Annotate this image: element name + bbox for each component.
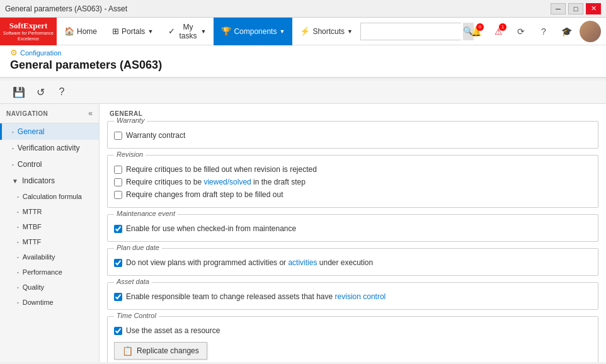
nav-item-home[interactable]: 🏠Home	[57, 18, 105, 45]
checkbox-revision-critiques-rejected[interactable]	[114, 166, 122, 174]
sidebar-item-performance[interactable]: •Performance	[0, 264, 99, 280]
bullet-icon-mttr: •	[17, 209, 19, 215]
checkbox-revision-changes-draft[interactable]	[114, 191, 122, 199]
breadcrumb-text: Configuration	[20, 49, 61, 57]
sidebar-item-mttr[interactable]: •MTTR	[0, 204, 99, 219]
bullet-icon-performance: •	[17, 270, 19, 275]
sidebar-item-calc-formula[interactable]: •Calculation formula	[0, 189, 99, 204]
help-toolbar-button[interactable]: ?	[53, 83, 71, 101]
portals-nav-icon: ⊞	[112, 26, 119, 36]
checkbox-label-revision-critiques-draft: Require critiques to be viewed/solved in…	[126, 178, 306, 186]
checkbox-label-enable-checkedin: Enable for use when checked-in from main…	[126, 224, 296, 233]
content-area: GENERAL WarrantyWarranty contractRevisio…	[100, 104, 606, 362]
sidebar-item-label-calc-formula: Calculation formula	[23, 193, 82, 200]
checkbox-row-enable-checkedin: Enable for use when checked-in from main…	[114, 222, 592, 235]
nav-item-components[interactable]: 🏆Components▼	[214, 18, 292, 45]
config-icon: ⚙	[10, 48, 18, 57]
breadcrumb[interactable]: ⚙ Configuration	[10, 48, 596, 57]
field-group-legend-plan-due-date: Plan due date	[114, 244, 162, 251]
checkbox-enable-checkedin[interactable]	[114, 225, 122, 233]
replicate-changes-button[interactable]: 📋Replicate changes	[114, 342, 207, 360]
components-nav-label: Components	[234, 27, 277, 36]
mytasks-nav-label: My tasks	[178, 23, 198, 40]
minimize-button[interactable]: ─	[551, 3, 566, 14]
checkbox-no-view-plans[interactable]	[114, 259, 122, 267]
shortcuts-nav-label: Shortcuts	[312, 27, 345, 36]
help-button[interactable]: ?	[534, 22, 553, 41]
sidebar-item-label-mttf: MTTF	[23, 238, 41, 246]
nav-item-mytasks[interactable]: ✓My tasks▼	[161, 18, 214, 45]
sidebar-item-mtbf[interactable]: •MTBF	[0, 219, 99, 234]
page-header: ⚙ Configuration General parameters (AS06…	[0, 45, 606, 78]
shortcuts-caret-icon: ▼	[347, 28, 353, 35]
page-toolbar: 💾 ↺ ?	[0, 81, 606, 104]
field-group-plan-due-date: Plan due dateDo not view plans with prog…	[107, 248, 598, 276]
sidebar-item-quality[interactable]: •Quality	[0, 280, 99, 295]
sidebar-header: NAVIGATION «	[0, 104, 99, 123]
nav-item-portals[interactable]: ⊞Portals▼	[105, 18, 161, 45]
refresh-button[interactable]: ↺	[31, 83, 49, 101]
checkbox-label-revision-changes-draft: Require changes from draft step to be fi…	[126, 190, 283, 199]
bullet-icon-mtbf: •	[17, 224, 19, 230]
checkbox-revision-critiques-draft[interactable]	[114, 178, 122, 186]
checkbox-row-enable-responsible: Enable responsible team to change releas…	[114, 290, 592, 303]
checkbox-enable-responsible[interactable]	[114, 293, 122, 301]
components-nav-icon: 🏆	[221, 26, 231, 36]
viewed-solved-link[interactable]: viewed/solved	[203, 178, 251, 186]
checkbox-row-revision-critiques-draft: Require critiques to be viewed/solved in…	[114, 176, 592, 188]
checkbox-row-use-asset-resource: Use the asset as a resource	[114, 324, 592, 337]
avatar[interactable]	[580, 21, 601, 42]
home-nav-label: Home	[77, 27, 97, 36]
refresh-nav-button[interactable]: ⟳	[512, 22, 530, 41]
components-caret-icon: ▼	[279, 28, 285, 35]
revision-control-link[interactable]: revision control	[335, 292, 386, 301]
sidebar-item-verification[interactable]: •Verification activity	[0, 140, 99, 156]
alert-button[interactable]: ⚠ 1	[489, 22, 508, 41]
sidebar-item-label-downtime: Downtime	[23, 299, 54, 306]
sidebar-item-indicators[interactable]: ▼Indicators	[0, 173, 99, 189]
nav-icons: 🔔 0 ⚠ 1 ⟳ ? 🎓	[466, 21, 601, 42]
notification-bell-button[interactable]: 🔔 0	[466, 22, 485, 41]
sidebar-item-label-verification: Verification activity	[18, 144, 80, 152]
sidebar-item-label-indicators: Indicators	[22, 176, 55, 185]
window-controls: ─ □ ✕	[551, 3, 601, 14]
sidebar-item-availability[interactable]: •Availability	[0, 249, 99, 264]
nav-item-shortcuts[interactable]: ⚡Shortcuts▼	[292, 18, 360, 45]
bullet-icon-quality: •	[17, 285, 19, 290]
checkbox-label-no-view-plans: Do not view plans with programmed activi…	[126, 258, 373, 267]
graduation-icon-button[interactable]: 🎓	[557, 22, 576, 41]
bullet-icon-downtime: •	[17, 300, 19, 305]
activities-link[interactable]: activities	[288, 258, 317, 267]
page-title: General parameters (AS063)	[10, 59, 596, 72]
bullet-icon-control: •	[12, 162, 14, 168]
field-group-revision: RevisionRequire critiques to be filled o…	[107, 155, 598, 208]
sidebar: NAVIGATION « •General•Verification activ…	[0, 104, 100, 362]
logo-subtitle: Software for Performance Excellence	[3, 31, 54, 42]
sidebar-item-downtime[interactable]: •Downtime	[0, 295, 99, 310]
title-bar: General parameters (AS063) - Asset ─ □ ✕	[0, 0, 606, 18]
maximize-button[interactable]: □	[568, 3, 583, 14]
bullet-icon-verification: •	[12, 145, 14, 151]
close-button[interactable]: ✕	[586, 3, 601, 14]
sidebar-item-label-availability: Availability	[23, 253, 55, 261]
checkbox-row-warranty-contract: Warranty contract	[114, 129, 592, 142]
sidebar-item-label-mttr: MTTR	[23, 208, 42, 215]
sidebar-item-general[interactable]: •General	[0, 123, 99, 140]
section-label: GENERAL	[100, 104, 606, 121]
sidebar-collapse-button[interactable]: «	[88, 109, 93, 118]
window-title: General parameters (AS063) - Asset	[5, 4, 127, 13]
shortcuts-nav-icon: ⚡	[300, 26, 310, 36]
sidebar-item-mttf[interactable]: •MTTF	[0, 234, 99, 249]
checkbox-warranty-contract[interactable]	[114, 132, 122, 140]
sidebar-item-label-control: Control	[18, 160, 42, 169]
sidebar-item-control[interactable]: •Control	[0, 156, 99, 173]
checkbox-use-asset-resource[interactable]	[114, 327, 122, 335]
search-box: 🔍	[360, 23, 461, 40]
field-group-time-control: Time ControlUse the asset as a resource📋…	[107, 316, 598, 362]
sidebar-item-label-quality: Quality	[23, 283, 44, 291]
logo[interactable]: SoftExpert Software for Performance Exce…	[0, 18, 57, 45]
portals-caret-icon: ▼	[147, 28, 153, 35]
field-group-legend-revision: Revision	[114, 151, 146, 158]
search-input[interactable]	[361, 23, 463, 40]
save-button[interactable]: 💾	[10, 83, 28, 101]
